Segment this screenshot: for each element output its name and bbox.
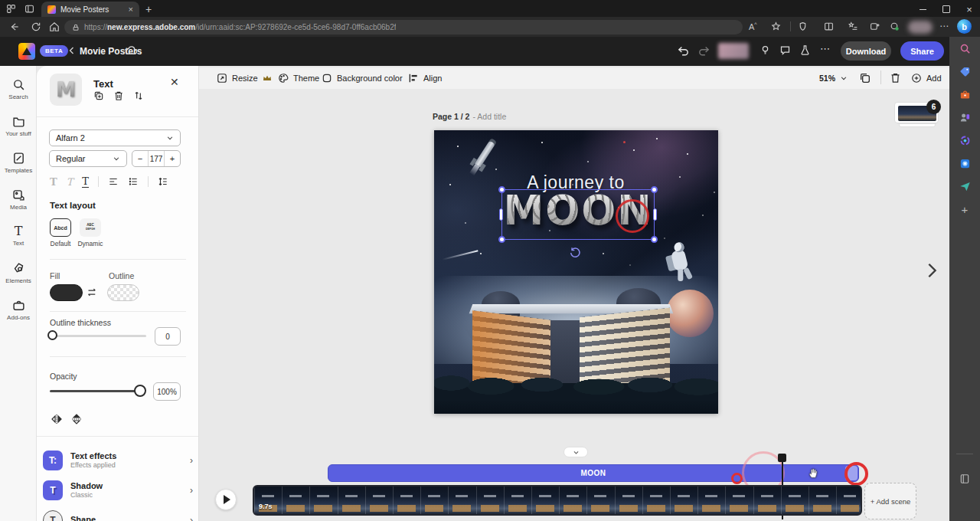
sidebar-shopping-icon[interactable] [958,64,972,78]
outline-thickness-slider[interactable] [50,335,146,337]
playhead-handle[interactable] [778,454,786,462]
browser-menu-icon[interactable]: ⋯ [939,21,949,31]
selection-handle-sw[interactable] [498,236,505,243]
address-bar[interactable]: https://new.express.adobe.com/id/urn:aai… [64,20,743,34]
sidebar-item-search[interactable]: Search [0,72,37,106]
delete-icon[interactable] [113,90,124,101]
selection-handle-ne[interactable] [651,186,658,193]
window-minimize-button[interactable] [915,5,930,14]
opacity-knob[interactable] [134,385,146,397]
sidebar-item-text[interactable]: T Text [0,219,37,253]
underline-icon[interactable]: T [82,175,89,188]
align-button[interactable]: Align [408,73,442,84]
browser-profile-avatar[interactable] [908,21,933,34]
line-spacing-icon[interactable] [158,176,168,187]
home-icon[interactable] [49,21,60,32]
back-icon[interactable] [9,21,20,32]
font-size-increase[interactable]: + [165,151,180,166]
new-tab-button[interactable]: + [145,4,152,15]
add-tab-group-icon[interactable] [870,21,880,31]
duplicate-icon[interactable] [93,90,104,101]
workspaces-icon[interactable] [6,4,16,14]
delete-page-icon[interactable] [890,72,901,84]
split-screen-icon[interactable] [824,21,834,31]
font-size-value[interactable]: 177 [148,151,165,166]
browser-tab[interactable]: Movie Posters × [41,2,139,17]
opacity-value[interactable]: 100% [153,382,181,401]
window-close-button[interactable]: × [962,5,977,14]
sidebar-image-creator-icon[interactable] [958,156,972,170]
adobe-express-logo[interactable] [18,43,35,60]
timeline-filmstrip[interactable]: 9.7s [253,485,862,516]
shape-row[interactable]: T Shape › [43,506,193,521]
next-page-chevron[interactable] [923,260,940,280]
align-text-icon[interactable] [108,176,119,187]
panel-close-icon[interactable]: ✕ [170,76,179,88]
rotate-handle-icon[interactable] [569,247,581,259]
more-options-icon[interactable]: ⋯ [820,43,831,54]
poster-canvas[interactable]: A journey to MOON [434,130,718,414]
selection-handle-nw[interactable] [498,186,505,193]
undo-icon[interactable] [677,44,690,57]
flip-horizontal-icon[interactable] [51,413,63,425]
animate-reorder-icon[interactable] [133,90,144,101]
browser-essentials-icon[interactable] [890,21,900,31]
sidebar-item-add-ons[interactable]: Add-ons [0,293,37,326]
text-size-icon[interactable]: A^ [749,21,757,31]
add-scene-button[interactable]: + Add scene [864,483,916,519]
copilot-icon[interactable]: b [957,19,972,34]
font-size-decrease[interactable]: − [132,151,148,166]
collections-icon[interactable] [848,21,858,31]
sidebar-item-elements[interactable]: Elements [0,256,37,290]
add-page-button[interactable]: Add [911,73,942,84]
outline-thickness-value[interactable]: 0 [155,327,181,346]
download-button[interactable]: Download [841,41,891,61]
opacity-slider[interactable] [50,390,140,392]
flip-vertical-icon[interactable] [70,413,83,425]
duplicate-page-icon[interactable] [859,72,871,84]
selection-handle-w[interactable] [499,208,503,221]
theme-button[interactable]: Theme [278,73,319,84]
resize-button[interactable]: Resize [217,73,272,84]
sidebar-people-icon[interactable] [958,110,972,124]
redo-icon[interactable] [697,44,710,57]
fill-color-swatch[interactable] [50,284,83,301]
refresh-icon[interactable] [31,21,41,32]
layout-default-button[interactable]: Abcd [50,218,71,237]
list-icon[interactable] [128,176,139,187]
zoom-control[interactable]: 51% [819,74,848,83]
sidebar-item-templates[interactable]: Templates [0,146,37,179]
timeline-collapse-button[interactable] [564,447,588,457]
bold-icon[interactable]: T [50,176,57,188]
favorites-star-icon[interactable] [771,21,781,31]
swap-colors-icon[interactable] [87,287,98,298]
selection-handle-se[interactable] [651,236,658,243]
tab-close-icon[interactable]: × [129,5,133,14]
layout-dynamic-button[interactable]: ABCDEFGH [80,218,101,237]
beaker-icon[interactable] [799,44,811,56]
sidebar-designer-icon[interactable] [958,133,972,147]
extensions-icon[interactable] [798,21,808,31]
share-button[interactable]: Share [900,41,944,61]
idea-bulb-icon[interactable] [760,44,771,56]
background-color-button[interactable]: Background color [322,73,403,84]
sidebar-add-icon[interactable]: + [958,202,972,216]
outline-color-swatch[interactable] [107,284,139,301]
font-size-stepper[interactable]: − 177 + [132,150,181,167]
sidebar-drop-icon[interactable] [958,179,972,193]
play-button[interactable] [215,489,237,510]
tab-actions-icon[interactable] [24,4,34,14]
back-chevron-icon[interactable] [67,46,77,55]
italic-icon[interactable]: T [67,176,74,188]
shadow-row[interactable]: T ShadowClassic › [43,476,193,505]
sidebar-search-icon[interactable] [958,41,972,55]
sidebar-library-icon[interactable] [958,472,972,486]
outline-thickness-knob[interactable] [47,330,57,340]
window-maximize-button[interactable] [939,5,954,14]
selection-handle-e[interactable] [653,208,657,221]
sidebar-tools-icon[interactable] [958,87,972,101]
font-weight-select[interactable]: Regular [49,150,127,167]
text-effects-row[interactable]: T: Text effectsEffects applied › [43,446,193,475]
sidebar-item-your-stuff[interactable]: Your stuff [0,109,37,143]
font-family-select[interactable]: Alfarn 2 [49,129,181,146]
